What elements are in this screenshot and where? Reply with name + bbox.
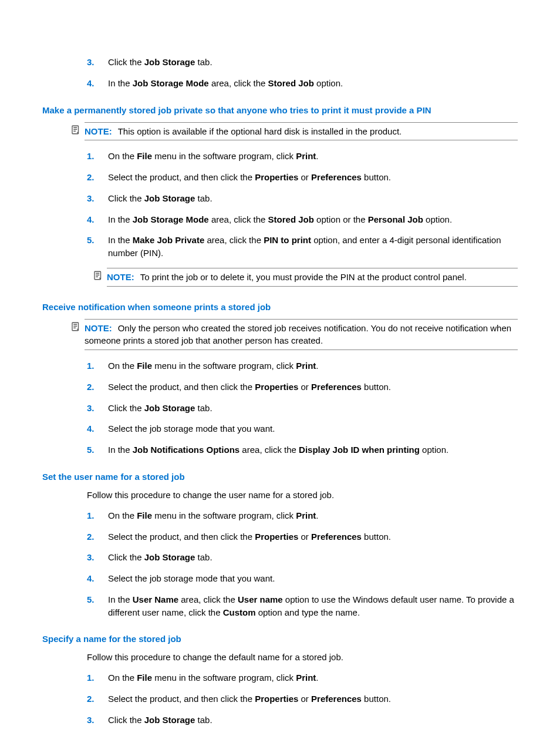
- step-text: On the File menu in the software program…: [108, 509, 518, 522]
- step-item: 4.Select the job storage mode that you w…: [87, 422, 518, 435]
- note-text: To print the job or to delete it, you mu…: [140, 272, 467, 282]
- step-item: 2.Select the product, and then click the…: [87, 530, 518, 543]
- intro-text: Follow this procedure to change the user…: [87, 489, 518, 501]
- section-heading-jobname: Specify a name for the stored job: [42, 633, 518, 645]
- step-number: 5.: [87, 593, 108, 619]
- note-label: NOTE:: [107, 272, 134, 282]
- section-heading-username: Set the user name for a stored job: [42, 471, 518, 483]
- note-block: NOTE:This option is available if the opt…: [70, 122, 518, 141]
- step-item: 1.On the File menu in the software progr…: [87, 150, 518, 163]
- step-item: 1.On the File menu in the software progr…: [87, 509, 518, 522]
- step-number: 1.: [87, 359, 108, 372]
- continuing-steps: 3.Click the Job Storage tab.4.In the Job…: [87, 56, 518, 90]
- step-item: 5.In the Make Job Private area, click th…: [87, 234, 518, 260]
- step-text: Click the Job Storage tab.: [108, 551, 518, 564]
- step-text: Click the Job Storage tab.: [108, 402, 518, 415]
- step-item: 4.Select the job storage mode that you w…: [87, 572, 518, 585]
- step-item: 3.Click the Job Storage tab.: [87, 402, 518, 415]
- intro-text: Follow this procedure to change the defa…: [87, 651, 518, 663]
- step-text: Click the Job Storage tab.: [108, 56, 518, 69]
- step-number: 2.: [87, 381, 108, 394]
- step-text: On the File menu in the software program…: [108, 150, 518, 163]
- step-item: 3.Click the Job Storage tab.: [87, 714, 518, 727]
- step-item: 5.In the User Name area, click the User …: [87, 593, 518, 619]
- step-item: 2.Select the product, and then click the…: [87, 381, 518, 394]
- note-block: NOTE:To print the job or to delete it, y…: [93, 268, 518, 287]
- step-text: Click the Job Storage tab.: [108, 192, 518, 205]
- step-text: In the Job Storage Mode area, click the …: [108, 213, 518, 226]
- step-number: 1.: [87, 150, 108, 163]
- step-number: 1.: [87, 509, 108, 522]
- step-number: 3.: [87, 56, 108, 69]
- note-icon: [70, 122, 85, 138]
- step-number: 1.: [87, 671, 108, 684]
- step-item: 3.Click the Job Storage tab.: [87, 56, 518, 69]
- step-item: 4.In the Job Storage Mode area, click th…: [87, 213, 518, 226]
- step-number: 4.: [87, 77, 108, 90]
- note-label: NOTE:: [85, 126, 112, 136]
- step-text: Select the product, and then click the P…: [108, 530, 518, 543]
- step-item: 2.Select the product, and then click the…: [87, 693, 518, 705]
- note-icon: [93, 268, 107, 284]
- step-text: Select the product, and then click the P…: [108, 381, 518, 394]
- step-number: 5.: [87, 443, 108, 456]
- step-number: 4.: [87, 213, 108, 226]
- step-number: 3.: [87, 402, 108, 415]
- steps-list-username: 1.On the File menu in the software progr…: [87, 509, 518, 619]
- step-text: Select the job storage mode that you wan…: [108, 572, 518, 585]
- step-text: Click the Job Storage tab.: [108, 714, 518, 727]
- step-text: Select the product, and then click the P…: [108, 171, 518, 184]
- step-number: 2.: [87, 693, 108, 705]
- step-text: In the User Name area, click the User na…: [108, 593, 518, 619]
- step-number: 3.: [87, 714, 108, 727]
- step-text: On the File menu in the software program…: [108, 671, 518, 684]
- steps-list-notify: 1.On the File menu in the software progr…: [87, 359, 518, 456]
- step-item: 2.Select the product, and then click the…: [87, 171, 518, 184]
- step-item: 5.In the Job Notifications Options area,…: [87, 443, 518, 456]
- step-text: In the Make Job Private area, click the …: [108, 234, 518, 260]
- step-text: In the Job Storage Mode area, click the …: [108, 77, 518, 90]
- step-text: Select the job storage mode that you wan…: [108, 422, 518, 435]
- step-text: In the Job Notifications Options area, c…: [108, 443, 518, 456]
- step-item: 3.Click the Job Storage tab.: [87, 551, 518, 564]
- step-item: 3.Click the Job Storage tab.: [87, 192, 518, 205]
- step-text: On the File menu in the software program…: [108, 359, 518, 372]
- note-text: This option is available if the optional…: [118, 126, 402, 136]
- step-number: 3.: [87, 551, 108, 564]
- step-number: 4.: [87, 572, 108, 585]
- step-number: 4.: [87, 422, 108, 435]
- step-number: 3.: [87, 192, 108, 205]
- steps-list-jobname: 1.On the File menu in the software progr…: [87, 671, 518, 726]
- steps-list-pin: 1.On the File menu in the software progr…: [87, 150, 518, 260]
- note-block: NOTE:Only the person who created the sto…: [70, 319, 518, 351]
- note-icon: [70, 319, 85, 335]
- step-number: 5.: [87, 234, 108, 260]
- section-heading-pin: Make a permanently stored job private so…: [42, 104, 518, 116]
- step-text: Select the product, and then click the P…: [108, 693, 518, 705]
- step-item: 1.On the File menu in the software progr…: [87, 359, 518, 372]
- note-label: NOTE:: [85, 323, 112, 333]
- step-number: 2.: [87, 530, 108, 543]
- note-text: Only the person who created the stored j…: [85, 323, 511, 346]
- step-number: 2.: [87, 171, 108, 184]
- step-item: 4.In the Job Storage Mode area, click th…: [87, 77, 518, 90]
- section-heading-notify: Receive notification when someone prints…: [42, 301, 518, 313]
- step-item: 1.On the File menu in the software progr…: [87, 671, 518, 684]
